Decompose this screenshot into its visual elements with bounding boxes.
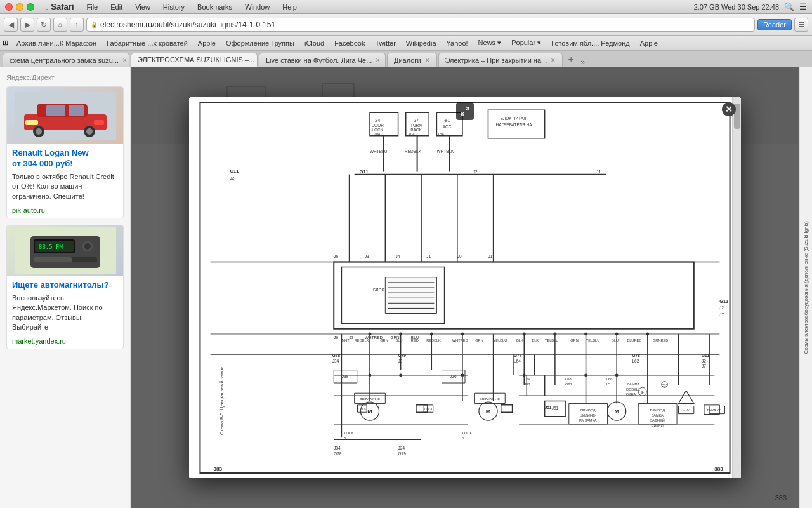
tab-dialogi[interactable]: Диалоги ✕ (387, 53, 437, 67)
svg-text:L62: L62 (632, 359, 639, 363)
right-sidebar-text: Схемы электрооборудования (дополнение (S… (803, 221, 809, 354)
ad-text-radio: Воспользуйтесь Яндекс.Маркетом. Поиск по… (7, 292, 123, 338)
forward-button[interactable]: ▶ (20, 18, 34, 32)
svg-text:LOCK: LOCK (462, 431, 473, 435)
svg-point-217 (615, 373, 619, 377)
svg-text:GRN: GRN (475, 338, 483, 342)
bookmark-icloud[interactable]: iCloud (300, 38, 329, 48)
bookmark-gotovim[interactable]: Готовим ябл..., Редмонд (547, 38, 634, 48)
tab-close-5[interactable]: ✕ (551, 57, 556, 64)
ad-link-renault[interactable]: pik-auto.ru (7, 206, 123, 218)
wiring-diagram-svg: 24 DOOR LOCK 20A 27 TURN BACK 10A ⊕1 ACC (189, 97, 741, 478)
bookmark-gabarity[interactable]: Габаритные ...х кроватей (102, 38, 192, 48)
new-tab-button[interactable]: + (564, 53, 578, 67)
svg-text:ПРИВОД: ПРИВОД (650, 408, 665, 412)
tab-live-bets[interactable]: Live ставки на Футбол. Лига Че... ✕ (259, 53, 386, 67)
svg-point-205 (430, 333, 433, 336)
bookmark-yahoo[interactable]: Yahoo! (442, 38, 473, 48)
svg-text:BLK: BLK (532, 338, 539, 342)
svg-text:РА ЗАМКА: РА ЗАМКА (579, 418, 597, 422)
tabs-bar: схема центрального замка suzu... ✕ ЭЛЕКТ… (0, 51, 812, 67)
svg-text:YELBLU: YELBLU (586, 338, 600, 342)
svg-text:GRNRED: GRNRED (653, 338, 669, 342)
home-button[interactable]: ⌂ (53, 18, 67, 32)
menu-history[interactable]: History (163, 3, 185, 11)
lightbox-expand-button[interactable] (456, 102, 474, 120)
svg-text:O13: O13 (662, 384, 667, 387)
reload-button[interactable]: ↻ (37, 18, 51, 32)
share-button[interactable]: ↑ (70, 18, 84, 32)
svg-text:⊕: ⊕ (641, 390, 644, 394)
right-sidebar: Схемы электрооборудования (дополнение (S… (799, 67, 812, 508)
ad-card-renault[interactable]: Renault Logan Newот 304 000 руб! Только … (6, 86, 124, 218)
svg-text:ACC: ACC (443, 124, 452, 129)
svg-text:ВЫКЛ.: ВЫКЛ. (707, 409, 717, 412)
menu-extras-icon[interactable]: ☰ (799, 2, 807, 11)
bookmark-popular[interactable]: Popular ▾ (507, 37, 546, 48)
menu-file[interactable]: File (87, 3, 98, 11)
svg-text:G11: G11 (360, 169, 369, 175)
tab-electrika[interactable]: Электрика – При закрытии на... ✕ (438, 53, 563, 67)
left-sidebar-ads: Яндекс.Директ Ren (0, 67, 131, 508)
bookmark-apple1[interactable]: Apple (193, 38, 220, 48)
ad-card-radio[interactable]: 88.5 FM Ищете автомагнитолы? Воспользуйт… (6, 225, 124, 349)
maximize-button[interactable] (27, 3, 34, 11)
sidebar-toggle[interactable]: ☰ (794, 18, 808, 32)
svg-point-210 (615, 333, 619, 336)
reader-button[interactable]: Reader (757, 19, 792, 30)
close-button[interactable] (5, 3, 13, 11)
tab-close-3[interactable]: ✕ (376, 57, 381, 64)
svg-text:J34: J34 (334, 446, 341, 450)
svg-text:DOOR: DOOR (371, 123, 384, 128)
svg-text:BLU: BLU (612, 338, 619, 342)
tab-close-4[interactable]: ✕ (425, 57, 430, 64)
svg-text:G78: G78 (632, 353, 641, 358)
bookmark-oform[interactable]: Оформление Группы (221, 38, 299, 48)
ad-image-radio: 88.5 FM (7, 225, 123, 276)
svg-rect-19 (34, 257, 72, 262)
menu-view[interactable]: View (135, 3, 150, 11)
address-bar[interactable]: 🔒 electroshemi.ru/publ/suzuki/suzuki_ign… (86, 18, 755, 32)
content-area: Яндекс.Директ Ren (0, 67, 812, 508)
ad-link-radio[interactable]: market.yandex.ru (7, 337, 123, 349)
svg-text:G78: G78 (332, 353, 341, 358)
svg-text:REDBLK: REDBLK (405, 149, 422, 154)
svg-rect-10 (94, 120, 104, 125)
bookmark-wikipedia[interactable]: Wikipedia (402, 38, 441, 48)
bookmark-apple2[interactable]: Apple (636, 38, 662, 48)
tab-overflow[interactable]: » (580, 58, 585, 67)
lightbox-close-button[interactable]: ✕ (722, 102, 736, 116)
svg-text:J4: J4 (396, 254, 400, 258)
ad-text-renault: Только в октябре Renault Credit от О%! К… (7, 171, 123, 206)
svg-text:3: 3 (462, 436, 464, 440)
svg-text:20A: 20A (374, 132, 380, 136)
radio-svg: 88.5 FM (15, 227, 116, 274)
bookmark-news[interactable]: News ▾ (474, 37, 506, 48)
menu-bookmarks[interactable]: Bookmarks (197, 3, 232, 11)
tab-central-lock[interactable]: схема центрального замка suzu... ✕ (3, 53, 129, 67)
back-button[interactable]: ◀ (4, 18, 18, 32)
svg-text:ЗАДНЕЙ: ЗАДНЕЙ (650, 418, 665, 422)
lightbox-scrollbar[interactable] (732, 97, 741, 478)
svg-text:O21: O21 (565, 382, 572, 386)
tab-close-1[interactable]: ✕ (122, 57, 128, 64)
svg-text:GRN: GRN (380, 338, 388, 342)
minimize-button[interactable] (16, 3, 23, 11)
svg-text:BLU: BLU (396, 338, 403, 342)
bookmark-facebook[interactable]: Facebook (330, 38, 369, 48)
svg-text:БЛОК ПИТАЛ.: БЛОК ПИТАЛ. (501, 116, 528, 121)
menu-window[interactable]: Window (245, 3, 270, 11)
tab-ignis-schema[interactable]: ЭЛЕКТРОСХЕМА SUZUKI IGNIS –... ✕ (131, 53, 258, 67)
svg-text:GRN: GRN (570, 338, 579, 342)
ad-title-radio: Ищете автомагнитолы? (7, 276, 123, 292)
menu-edit[interactable]: Edit (110, 3, 122, 11)
traffic-lights[interactable] (5, 3, 34, 11)
bookmark-archives[interactable]: Архив лини...К Марафон (12, 38, 101, 48)
lightbox-overlay[interactable]: ✕ 24 DOOR LOCK 20A (131, 67, 799, 508)
menu-help[interactable]: Help (282, 3, 297, 11)
bookmark-twitter[interactable]: Twitter (370, 38, 400, 48)
svg-text:ОКНА: ОКНА (626, 392, 636, 396)
svg-text:J2: J2 (473, 169, 478, 175)
search-icon[interactable]: 🔍 (784, 2, 794, 11)
svg-text:88.5 FM: 88.5 FM (39, 244, 63, 250)
